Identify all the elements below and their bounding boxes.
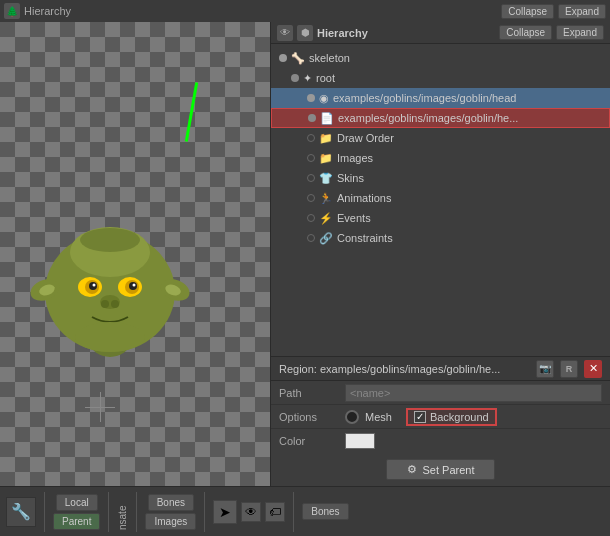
bones-bottom-button[interactable]: Bones [302,503,348,520]
divider-4 [204,492,205,532]
tree-item-animations[interactable]: 🏃 Animations [271,188,610,208]
path-input[interactable] [345,384,602,402]
divider-3 [136,492,137,532]
path-label: Path [279,387,339,399]
svg-point-12 [101,300,109,308]
bones-button[interactable]: Bones [148,494,194,511]
mesh-checkbox[interactable] [345,410,359,424]
bottom-icon[interactable]: 🔧 [6,497,36,527]
head1-label: examples/goblins/images/goblin/head [333,92,516,104]
images-label: Images [337,152,373,164]
background-checkbox[interactable]: ✓ [414,411,426,423]
animations-label: Animations [337,192,391,204]
expand-panel-button[interactable]: Expand [556,25,604,40]
svg-point-19 [80,228,140,252]
draworder-label: Draw Order [337,132,394,144]
head2-label: examples/goblins/images/goblin/he... [338,112,518,124]
constraints-label: Constraints [337,232,393,244]
svg-point-13 [111,300,119,308]
color-swatch[interactable] [345,433,375,449]
tag-icon[interactable]: 🏷 [265,502,285,522]
skeleton-label: skeleton [309,52,350,64]
crosshair-vertical [100,392,101,422]
color-label: Color [279,435,339,447]
images-bottom-button[interactable]: Images [145,513,196,530]
collapse-panel-button[interactable]: Collapse [499,25,552,40]
viewport[interactable]: 2 [0,22,270,486]
compensate-label: nsate [117,494,128,530]
set-parent-button[interactable]: ⚙ Set Parent [386,459,496,480]
tree-item-draworder[interactable]: 📁 Draw Order [271,128,610,148]
region-close-button[interactable]: ✕ [584,360,602,378]
region-icon-btn-2[interactable]: R [560,360,578,378]
set-parent-row: ⚙ Set Parent [271,453,610,486]
skins-icon: 👕 [319,172,333,185]
top-toolbar: 🌲 Hierarchy Collapse Expand [0,0,610,22]
bones-images-section: Bones Images [145,494,196,530]
tree-item-images[interactable]: 📁 Images [271,148,610,168]
tree-item-head1[interactable]: ◉ examples/goblins/images/goblin/head [271,88,610,108]
main-content: 2 👁 ⬢ Hierarchy Collapse Expand 🦴 skelet… [0,22,610,486]
events-label: Events [337,212,371,224]
collapse-button[interactable]: Collapse [501,4,554,19]
options-row: Options Mesh ✓ Background [271,405,610,429]
region-bar: Region: examples/goblins/images/goblin/h… [271,357,610,381]
images-icon: 📁 [319,152,333,165]
svg-point-9 [93,284,96,287]
bottom-bar: 🔧 Local Parent nsate Bones Images ➤ 👁 🏷 … [0,486,610,536]
panel-toolbar: 👁 ⬢ Hierarchy Collapse Expand [271,22,610,44]
parent-button[interactable]: Parent [53,513,100,530]
tree-dot [307,194,315,202]
events-icon: ⚡ [319,212,333,225]
background-option-box[interactable]: ✓ Background [406,408,497,426]
local-button[interactable]: Local [56,494,98,511]
tree-dot [307,234,315,242]
options-label: Options [279,411,339,423]
tree-item-constraints[interactable]: 🔗 Constraints [271,228,610,248]
properties-panel: Region: examples/goblins/images/goblin/h… [271,356,610,486]
set-parent-icon: ⚙ [407,463,417,476]
hierarchy-tree[interactable]: 🦴 skeleton ✦ root ◉ examples/goblins/ima… [271,44,610,356]
skeleton-icon: 🦴 [291,52,305,65]
local-parent-section: Local Parent [53,494,100,530]
region-label: Region: examples/goblins/images/goblin/h… [279,363,530,375]
tree-dot [308,114,316,122]
mesh-label: Mesh [365,411,392,423]
draworder-icon: 📁 [319,132,333,145]
panel-title: Hierarchy [317,27,368,39]
tree-dot [291,74,299,82]
hierarchy-label: Hierarchy [24,5,71,17]
constraints-icon: 🔗 [319,232,333,245]
root-icon: ✦ [303,72,312,85]
background-label: Background [430,411,489,423]
divider-2 [108,492,109,532]
root-label: root [316,72,335,84]
divider-1 [44,492,45,532]
divider-5 [293,492,294,532]
svg-point-18 [75,322,145,352]
expand-button[interactable]: Expand [558,4,606,19]
head1-icon: ◉ [319,92,329,105]
eye-icon[interactable]: 👁 [277,25,293,41]
path-row: Path [271,381,610,405]
tree-item-skins[interactable]: 👕 Skins [271,168,610,188]
right-panel: 👁 ⬢ Hierarchy Collapse Expand 🦴 skeleton… [270,22,610,486]
tree-dot [307,154,315,162]
svg-point-10 [133,284,136,287]
tree-nav-icon[interactable]: ⬢ [297,25,313,41]
tree-item-head2[interactable]: 📄 examples/goblins/images/goblin/he... [271,108,610,128]
skins-label: Skins [337,172,364,184]
arrow-icon[interactable]: ➤ [213,500,237,524]
set-parent-label: Set Parent [423,464,475,476]
tree-dot [307,94,315,102]
tree-item-root[interactable]: ✦ root [271,68,610,88]
panel-toolbar-buttons: Collapse Expand [499,25,604,40]
eye-visibility-icon[interactable]: 👁 [241,502,261,522]
tree-item-skeleton[interactable]: 🦴 skeleton [271,48,610,68]
tree-dot [279,54,287,62]
visibility-icons: 👁 🏷 [241,502,285,522]
animations-icon: 🏃 [319,192,333,205]
region-icon-btn-1[interactable]: 📷 [536,360,554,378]
tree-item-events[interactable]: ⚡ Events [271,208,610,228]
tree-dot [307,174,315,182]
